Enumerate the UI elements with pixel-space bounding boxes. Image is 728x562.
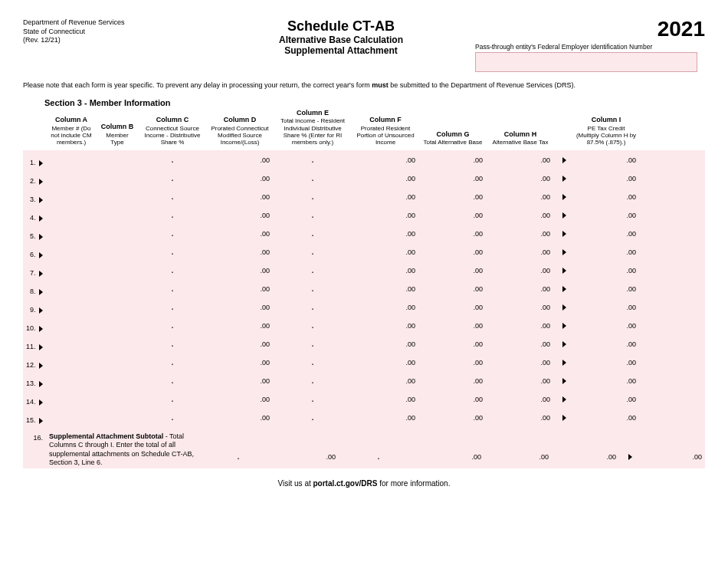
row-4-col-b[interactable] [98, 209, 136, 222]
subtotal-col-g[interactable]: .00 [487, 450, 550, 464]
row-8-col-e[interactable]: . [276, 282, 349, 296]
row-7-col-a[interactable] [49, 264, 93, 278]
row-10-col-i[interactable]: .00 [575, 319, 638, 333]
row-9-col-a[interactable] [49, 301, 93, 314]
row-14-col-i[interactable]: .00 [575, 393, 638, 406]
row-13-col-h[interactable]: .00 [489, 374, 552, 388]
fein-input[interactable] [475, 52, 697, 72]
row-2-col-h[interactable]: .00 [489, 172, 552, 186]
row-14-col-a[interactable] [49, 393, 93, 406]
row-11-col-h[interactable]: .00 [489, 337, 552, 351]
row-1-col-f[interactable]: .00 [354, 153, 417, 167]
row-10-col-d[interactable]: .00 [208, 319, 271, 333]
row-9-col-c[interactable]: . [141, 301, 204, 314]
row-10-col-a[interactable] [49, 319, 93, 333]
row-5-col-h[interactable]: .00 [489, 227, 552, 241]
row-15-col-a[interactable] [49, 411, 93, 425]
row-11-col-b[interactable] [98, 337, 136, 351]
row-14-col-c[interactable]: . [141, 393, 204, 406]
row-7-col-f[interactable]: .00 [354, 264, 417, 278]
row-13-col-g[interactable]: .00 [421, 374, 484, 388]
row-12-col-e[interactable]: . [276, 356, 349, 370]
row-7-col-b[interactable] [98, 264, 136, 278]
row-6-col-h[interactable]: .00 [489, 245, 552, 259]
row-6-col-i[interactable]: .00 [575, 245, 638, 259]
row-10-col-h[interactable]: .00 [489, 319, 552, 333]
row-1-col-e[interactable]: . [276, 153, 349, 167]
row-6-col-d[interactable]: .00 [208, 245, 271, 259]
row-13-col-c[interactable]: . [141, 374, 204, 388]
row-15-col-b[interactable] [98, 411, 136, 425]
row-2-col-f[interactable]: .00 [354, 172, 417, 186]
row-12-col-i[interactable]: .00 [575, 356, 638, 370]
row-11-col-e[interactable]: . [276, 337, 349, 351]
row-1-col-h[interactable]: .00 [489, 153, 552, 167]
row-13-col-d[interactable]: .00 [208, 374, 271, 388]
row-10-col-b[interactable] [98, 319, 136, 333]
row-3-col-d[interactable]: .00 [208, 190, 271, 204]
row-9-col-i[interactable]: .00 [575, 301, 638, 314]
row-8-col-g[interactable]: .00 [421, 282, 484, 296]
row-8-col-b[interactable] [98, 282, 136, 296]
row-6-col-c[interactable]: . [141, 245, 204, 259]
row-13-col-i[interactable]: .00 [575, 374, 638, 388]
row-14-col-f[interactable]: .00 [354, 393, 417, 406]
row-10-col-f[interactable]: .00 [354, 319, 417, 333]
row-3-col-h[interactable]: .00 [489, 190, 552, 204]
row-1-col-i[interactable]: .00 [575, 153, 638, 167]
row-7-col-e[interactable]: . [276, 264, 349, 278]
row-4-col-e[interactable]: . [276, 209, 349, 222]
row-8-col-c[interactable]: . [141, 282, 204, 296]
subtotal-col-i[interactable]: .00 [641, 450, 703, 464]
row-10-col-g[interactable]: .00 [421, 319, 484, 333]
row-1-col-g[interactable]: .00 [421, 153, 484, 167]
row-9-col-h[interactable]: .00 [489, 301, 552, 314]
row-12-col-h[interactable]: .00 [489, 356, 552, 370]
row-7-col-h[interactable]: .00 [489, 264, 552, 278]
row-4-col-f[interactable]: .00 [354, 209, 417, 222]
row-3-col-g[interactable]: .00 [421, 190, 484, 204]
row-4-col-h[interactable]: .00 [489, 209, 552, 222]
row-15-col-c[interactable]: . [141, 411, 204, 425]
row-9-col-b[interactable] [98, 301, 136, 314]
row-10-col-c[interactable]: . [141, 319, 204, 333]
row-15-col-i[interactable]: .00 [575, 411, 638, 425]
subtotal-col-e[interactable]: . [342, 450, 415, 464]
subtotal-col-f[interactable]: .00 [420, 450, 483, 464]
row-5-col-a[interactable] [49, 227, 93, 241]
row-13-col-e[interactable]: . [276, 374, 349, 388]
subtotal-col-c[interactable]: . [207, 450, 270, 464]
row-15-col-g[interactable]: .00 [421, 411, 484, 425]
row-10-col-e[interactable]: . [276, 319, 349, 333]
row-14-col-d[interactable]: .00 [208, 393, 271, 406]
row-4-col-a[interactable] [49, 209, 93, 222]
row-2-col-i[interactable]: .00 [575, 172, 638, 186]
row-15-col-f[interactable]: .00 [354, 411, 417, 425]
row-6-col-g[interactable]: .00 [421, 245, 484, 259]
subtotal-col-h[interactable]: .00 [555, 450, 618, 464]
row-11-col-a[interactable] [49, 337, 93, 351]
row-11-col-g[interactable]: .00 [421, 337, 484, 351]
row-2-col-d[interactable]: .00 [208, 172, 271, 186]
row-7-col-i[interactable]: .00 [575, 264, 638, 278]
row-5-col-f[interactable]: .00 [354, 227, 417, 241]
row-13-col-f[interactable]: .00 [354, 374, 417, 388]
row-2-col-e[interactable]: . [276, 172, 349, 186]
row-5-col-c[interactable]: . [141, 227, 204, 241]
row-12-col-g[interactable]: .00 [421, 356, 484, 370]
row-2-col-b[interactable] [98, 172, 136, 186]
row-2-col-g[interactable]: .00 [421, 172, 484, 186]
row-11-col-d[interactable]: .00 [208, 337, 271, 351]
row-4-col-d[interactable]: .00 [208, 209, 271, 222]
row-8-col-f[interactable]: .00 [354, 282, 417, 296]
row-5-col-b[interactable] [98, 227, 136, 241]
row-11-col-c[interactable]: . [141, 337, 204, 351]
row-8-col-a[interactable] [49, 282, 93, 296]
row-14-col-e[interactable]: . [276, 393, 349, 406]
row-12-col-c[interactable]: . [141, 356, 204, 370]
row-3-col-b[interactable] [98, 190, 136, 204]
row-5-col-i[interactable]: .00 [575, 227, 638, 241]
row-8-col-d[interactable]: .00 [208, 282, 271, 296]
row-9-col-g[interactable]: .00 [421, 301, 484, 314]
row-13-col-a[interactable] [49, 374, 93, 388]
